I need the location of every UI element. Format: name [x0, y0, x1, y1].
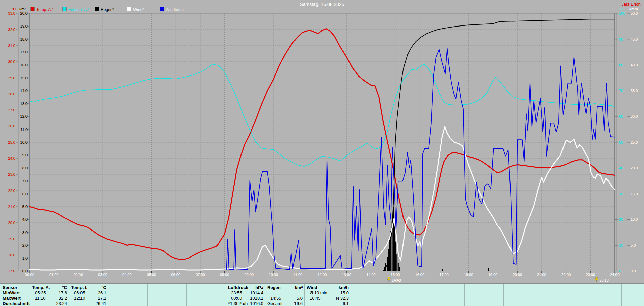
svg-text:20:00: 20:00 [513, 273, 522, 277]
svg-text:18.0: 18.0 [20, 37, 28, 41]
svg-text:31.0: 31.0 [8, 44, 15, 48]
svg-text:24:00: 24:00 [610, 273, 620, 277]
svg-text:06:00: 06:00 [171, 273, 180, 277]
svg-text:50: 50 [619, 140, 623, 144]
series-wind [30, 127, 615, 270]
svg-text:05:00: 05:00 [147, 273, 156, 277]
table-separator [69, 284, 69, 306]
svg-text:100: 100 [619, 11, 625, 15]
svg-text:32.0: 32.0 [8, 28, 15, 32]
table-cell: 26.1 [83, 290, 106, 295]
svg-text:5.0: 5.0 [22, 205, 28, 209]
table-cell: Durchschnitt [3, 301, 30, 306]
table-cell: N 32.3 [325, 296, 349, 301]
svg-text:15:00: 15:00 [391, 273, 400, 277]
svg-text:14:48: 14:48 [392, 278, 401, 282]
table-cell: 17.6 [44, 290, 67, 295]
table-cell: km/h [329, 285, 349, 290]
svg-text:19.0: 19.0 [20, 24, 28, 28]
svg-text:2.0: 2.0 [22, 243, 28, 247]
table-separator [582, 284, 582, 306]
svg-text:0.0: 0.0 [631, 269, 636, 273]
svg-text:28.0: 28.0 [8, 92, 15, 96]
svg-text:12:00: 12:00 [318, 273, 327, 277]
table-separator [147, 284, 148, 306]
svg-text:22:00: 22:00 [561, 273, 571, 277]
table-cell: °C [47, 285, 67, 290]
svg-text:18:00: 18:00 [464, 273, 473, 277]
svg-text:23.0: 23.0 [8, 172, 15, 176]
svg-text:17.0: 17.0 [20, 50, 28, 54]
table-cell: Regen [267, 285, 281, 290]
svg-text:4.0: 4.0 [22, 217, 28, 221]
weather-chart-plot: 33.032.031.030.029.028.027.026.025.024.0… [0, 0, 644, 283]
svg-text:40: 40 [619, 166, 623, 170]
table-cell: 1016.0 [240, 301, 263, 306]
table-cell: 19.6 [279, 301, 303, 306]
table-separator [621, 284, 622, 306]
svg-text:6.0: 6.0 [22, 192, 28, 196]
svg-text:02:00: 02:00 [74, 273, 83, 277]
svg-text:10: 10 [619, 243, 623, 247]
svg-text:17.0: 17.0 [8, 269, 15, 273]
svg-text:08:00: 08:00 [220, 273, 229, 277]
svg-text:04:00: 04:00 [122, 273, 132, 277]
svg-text:50.0: 50.0 [631, 11, 638, 15]
table-cell: MinWert [3, 290, 20, 295]
svg-text:10:00: 10:00 [269, 273, 278, 277]
svg-text:35.0: 35.0 [631, 89, 638, 93]
table-cell: 26.41 [83, 301, 106, 306]
svg-text:20.0: 20.0 [8, 221, 15, 225]
svg-text:10.0: 10.0 [631, 217, 638, 221]
svg-text:16:00: 16:00 [415, 273, 425, 277]
svg-text:19:00: 19:00 [488, 273, 498, 277]
svg-text:12.0: 12.0 [20, 114, 28, 118]
svg-text:15.0: 15.0 [20, 76, 28, 80]
svg-text:20: 20 [619, 217, 623, 221]
table-separator [425, 284, 425, 306]
table-cell: 27.1 [83, 296, 106, 301]
svg-text:5.0: 5.0 [631, 243, 636, 247]
svg-text:14:00: 14:00 [366, 273, 376, 277]
table-cell: 1018.1 [240, 296, 263, 301]
svg-text:23:00: 23:00 [586, 273, 595, 277]
svg-text:20.0: 20.0 [20, 11, 28, 15]
table-cell: Wind [307, 285, 317, 290]
table-separator [226, 284, 226, 306]
svg-text:18.0: 18.0 [8, 253, 15, 257]
table-separator [543, 284, 543, 306]
svg-text:7.0: 7.0 [22, 179, 28, 183]
table-cell: MaxWert [3, 296, 21, 301]
grid-lines [30, 13, 615, 271]
svg-text:1.0: 1.0 [22, 256, 28, 260]
svg-text:45.0: 45.0 [631, 37, 638, 41]
table-cell: 23.24 [44, 301, 67, 306]
table-cell: hPa [243, 285, 263, 290]
svg-text:13.0: 13.0 [20, 102, 28, 106]
table-cell: 32.2 [44, 296, 67, 301]
svg-text:60: 60 [619, 114, 623, 118]
svg-text:24.0: 24.0 [8, 156, 15, 160]
svg-text:25.0: 25.0 [8, 140, 15, 144]
table-cell: 5.0 [279, 296, 303, 301]
svg-text:09:00: 09:00 [245, 273, 254, 277]
svg-text:01:00: 01:00 [49, 273, 59, 277]
svg-text:19.0: 19.0 [8, 237, 15, 241]
svg-text:30.0: 30.0 [8, 60, 15, 64]
svg-text:07:00: 07:00 [196, 273, 205, 277]
svg-text:13:00: 13:00 [342, 273, 351, 277]
svg-text:29.0: 29.0 [8, 76, 15, 80]
svg-text:8.0: 8.0 [22, 166, 28, 170]
table-separator [464, 284, 465, 306]
table-separator [304, 284, 305, 306]
table-separator [386, 284, 386, 306]
svg-text:17:00: 17:00 [439, 273, 449, 277]
svg-text:80: 80 [619, 63, 623, 67]
table-cell: 16:45 [310, 296, 321, 301]
table-cell: 1014.4 [240, 290, 263, 295]
svg-text:3.0: 3.0 [22, 231, 28, 235]
statistics-table: SensorMinWertMaxWertDurchschnittTemp. A.… [0, 283, 644, 306]
svg-text:40.0: 40.0 [631, 63, 638, 67]
svg-text:70: 70 [619, 89, 623, 93]
svg-text:90: 90 [619, 37, 623, 41]
